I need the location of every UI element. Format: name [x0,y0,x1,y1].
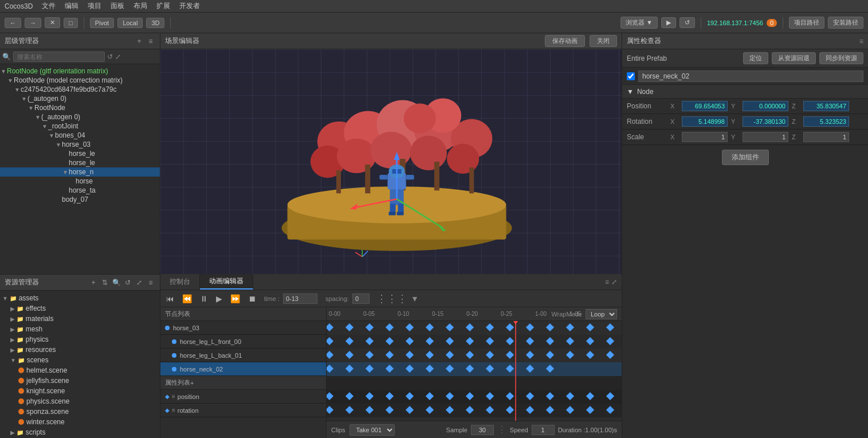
track-row-leg-front[interactable]: horse_leg_L_front_00 [160,335,326,349]
tree-item-9[interactable]: horse_le [0,149,160,158]
keyframe-svg[interactable] [327,321,622,421]
rot-x-input[interactable] [682,116,728,127]
menu-edit[interactable]: 编辑 [65,1,78,11]
asset-item-11[interactable]: sponza.scene [0,406,160,417]
step-back-button[interactable]: ⏪ [180,293,194,304]
project-path-button[interactable]: 项目路径 [789,17,824,29]
speed-input[interactable] [532,425,555,435]
menu-layout[interactable]: 布局 [133,1,147,11]
sample-spinner[interactable]: ⋮ [497,424,506,435]
sample-input[interactable] [471,425,494,435]
expand-icon[interactable]: ⤢ [115,53,121,61]
prop-row-position[interactable]: ◆ ≡ position [160,390,326,404]
play-button[interactable]: ▶ [661,17,676,28]
assets-sort-icon[interactable]: ⇅ [100,278,109,287]
forward-button[interactable]: → [25,18,41,28]
skip-end-button[interactable]: ⏹ [246,293,258,304]
assets-menu-icon[interactable]: ≡ [146,278,155,287]
grid-icon[interactable]: ⋮⋮⋮ [376,292,407,305]
spacing-input[interactable] [352,294,370,304]
asset-item-0[interactable]: ▼ 📁assets [0,293,160,303]
tree-item-12[interactable]: horse [0,177,160,186]
browser-dropdown[interactable]: 浏览器 ▼ [620,17,658,29]
refresh-button[interactable]: ↺ [680,17,695,28]
asset-item-1[interactable]: ▶ 📁effects [0,303,160,314]
anim-menu-icon[interactable]: ≡ [605,278,609,286]
assets-add-icon[interactable]: + [89,278,98,287]
tree-item-6[interactable]: ▼_rootJoint [0,122,160,131]
step-forward-button[interactable]: ⏩ [228,293,242,304]
locate-button[interactable]: 定位 [743,52,768,64]
tree-item-4[interactable]: ▼RootNode [0,103,160,112]
tree-item-14[interactable]: body_07 [0,195,160,204]
tree-item-1[interactable]: ▼RootNode (model correction matrix) [0,76,160,85]
back-button[interactable]: ← [5,18,21,28]
add-component-button[interactable]: 添加组件 [722,150,769,165]
keyframe-tracks[interactable] [327,321,622,421]
asset-item-7[interactable]: helmet.scene [0,365,160,376]
3d-button[interactable]: 3D [146,18,164,28]
menu-panel[interactable]: 面板 [111,1,124,11]
revert-button[interactable]: 从资源回退 [772,52,816,64]
tab-animation-editor[interactable]: 动画编辑器 [200,274,253,290]
menu-dev[interactable]: 开发者 [179,1,200,11]
tree-item-0[interactable]: ▼RootNode (gltf orientation matrix) [0,67,160,76]
asset-item-10[interactable]: physics.scene [0,396,160,406]
tree-item-8[interactable]: ▼horse_03 [0,140,160,149]
assets-expand-icon[interactable]: ⤢ [135,278,144,287]
menu-icon[interactable]: ≡ [146,37,155,46]
menu-extend[interactable]: 扩展 [156,1,170,11]
pos-y-input[interactable] [743,101,788,111]
node-name-input[interactable] [638,71,863,82]
tree-item-10[interactable]: horse_le [0,158,160,167]
refresh-icon[interactable]: ↺ [107,53,113,61]
play-anim-button[interactable]: ▶ [214,293,225,304]
pivot-button[interactable]: Pivot [90,18,114,28]
wrap-mode-select[interactable]: Loop [586,309,617,319]
asset-item-12[interactable]: winter.scene [0,417,160,427]
node-checkbox[interactable] [627,72,635,80]
keyframe-area[interactable]: WrapMode Loop 0-00 0-05 0-10 0-15 0-20 [327,307,622,438]
skip-start-button[interactable]: ⏮ [164,293,176,304]
settings-icon[interactable]: ▼ [411,294,419,303]
tree-item-2[interactable]: ▼c2475420cd6847fe9bd9c7a79c [0,85,160,94]
install-path-button[interactable]: 安装路径 [828,17,863,29]
asset-item-13[interactable]: ▶ 📁scripts [0,427,160,437]
rot-y-input[interactable] [743,116,788,127]
scale-z-input[interactable] [803,132,849,142]
clips-select[interactable]: Take 001 [349,424,395,436]
assets-refresh-icon[interactable]: ↺ [123,278,132,287]
asset-item-9[interactable]: knight.scene [0,386,160,396]
tree-item-5[interactable]: ▼(_autogen 0) [0,112,160,122]
asset-item-5[interactable]: ▶ 📁resources [0,345,160,355]
tree-item-13[interactable]: horse_ta [0,186,160,195]
tab-console[interactable]: 控制台 [160,275,200,289]
add-prop-button[interactable]: + [190,380,194,386]
assets-search-icon[interactable]: 🔍 [112,278,121,287]
sync-button[interactable]: 同步到资源 [819,52,863,64]
rot-z-input[interactable] [803,116,849,127]
prop-list-icon[interactable]: ≡ [172,393,175,400]
tree-item-7[interactable]: ▼bones_04 [0,131,160,140]
pause-button[interactable]: ⏸ [198,293,210,304]
properties-menu-icon[interactable]: ≡ [859,37,863,45]
save-anim-button[interactable]: 保存动画 [545,35,585,47]
local-button[interactable]: Local [117,18,143,28]
asset-item-6[interactable]: ▼ 📁scenes [0,355,160,365]
close-toolbar-button[interactable]: ✕ [45,17,60,28]
add-icon[interactable]: + [135,37,144,46]
tree-item-11[interactable]: ▼horse_n [0,167,160,177]
scene-3d-view[interactable] [160,49,622,274]
anim-expand-icon[interactable]: ⤢ [611,278,617,286]
prop-list-icon2[interactable]: ≡ [172,407,175,413]
prop-row-rotation[interactable]: ◆ ≡ rotation [160,404,326,417]
scene-canvas[interactable] [160,49,622,274]
scale-y-input[interactable] [743,132,788,142]
asset-item-2[interactable]: ▶ 📁materials [0,314,160,324]
square-button[interactable]: □ [64,18,78,28]
track-row-neck[interactable]: horse_neck_02 [160,362,326,376]
asset-item-4[interactable]: ▶ 📁physics [0,334,160,345]
menu-file[interactable]: 文件 [42,1,56,11]
tree-item-3[interactable]: ▼(_autogen 0) [0,94,160,103]
track-row-leg-back[interactable]: horse_leg_L_back_01 [160,349,326,362]
